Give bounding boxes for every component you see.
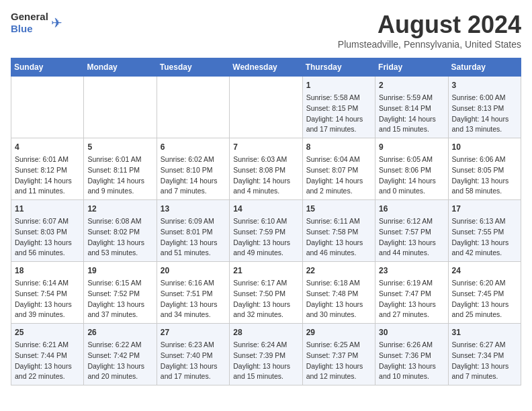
day-number: 17 [452, 203, 517, 215]
day-info-line: Sunrise: 5:59 AM [379, 93, 444, 103]
day-info-line: Sunrise: 6:02 AM [161, 154, 226, 165]
day-number: 29 [306, 326, 371, 338]
day-info-line: and 2 minutes. [306, 186, 371, 197]
day-info-line: Sunset: 7:34 PM [452, 351, 517, 361]
day-number: 22 [306, 265, 371, 277]
day-info-line: and 56 minutes. [15, 248, 80, 259]
day-info-line: Daylight: 13 hours [306, 361, 371, 372]
day-info-line: and 17 minutes. [161, 371, 226, 382]
day-number: 23 [379, 265, 444, 277]
calendar-cell: 16Sunrise: 6:12 AMSunset: 7:57 PMDayligh… [375, 200, 448, 262]
day-info-line: Sunrise: 6:10 AM [233, 216, 298, 227]
day-info-line: Daylight: 13 hours [87, 238, 152, 248]
day-number: 11 [15, 203, 80, 215]
day-info-line: Sunrise: 6:11 AM [306, 216, 371, 227]
day-info-line: Sunset: 8:11 PM [87, 165, 152, 176]
day-info-line: Sunrise: 6:08 AM [87, 216, 152, 227]
day-info-line: Sunset: 7:59 PM [233, 227, 298, 238]
weekday-row: SundayMondayTuesdayWednesdayThursdayFrid… [11, 58, 521, 77]
day-info-line: Daylight: 14 hours [379, 176, 444, 187]
day-info-line: Sunset: 7:58 PM [306, 227, 371, 238]
logo-bird-icon: ✈ [51, 15, 62, 31]
day-info-line: Daylight: 13 hours [233, 238, 298, 248]
day-info-line: and 49 minutes. [233, 248, 298, 259]
day-info-line: Sunrise: 6:04 AM [306, 154, 371, 165]
day-info-line: Sunset: 7:50 PM [233, 289, 298, 300]
day-number: 6 [161, 141, 226, 153]
day-number: 10 [452, 141, 517, 153]
calendar-header: SundayMondayTuesdayWednesdayThursdayFrid… [11, 58, 521, 77]
day-info-line: Sunset: 7:52 PM [87, 289, 152, 300]
day-info-line: Sunrise: 6:00 AM [452, 93, 517, 103]
day-info-line: Daylight: 13 hours [87, 300, 152, 310]
logo-general-text: General [11, 11, 48, 22]
logo-blue-text: Blue [11, 23, 33, 34]
day-info-line: Sunset: 8:12 PM [15, 165, 80, 176]
day-info-line: and 7 minutes. [452, 371, 517, 382]
day-info-line: Daylight: 13 hours [15, 361, 80, 372]
day-number: 12 [87, 203, 152, 215]
day-info-line: Sunrise: 6:14 AM [15, 278, 80, 289]
day-number: 3 [452, 79, 517, 91]
day-info-line: Daylight: 13 hours [87, 361, 152, 372]
day-number: 4 [15, 141, 80, 153]
day-number: 18 [15, 265, 80, 277]
day-info-line: Sunset: 7:45 PM [452, 289, 517, 300]
day-number: 1 [306, 79, 371, 91]
day-info-line: and 32 minutes. [233, 310, 298, 320]
day-info-line: Sunrise: 5:58 AM [306, 93, 371, 103]
day-info-line: Sunset: 8:01 PM [161, 227, 226, 238]
day-info-line: and 58 minutes. [452, 186, 517, 197]
calendar-cell: 27Sunrise: 6:23 AMSunset: 7:40 PMDayligh… [157, 324, 229, 385]
calendar-cell: 8Sunrise: 6:04 AMSunset: 8:07 PMDaylight… [302, 138, 375, 200]
calendar-cell: 12Sunrise: 6:08 AMSunset: 8:02 PMDayligh… [84, 200, 157, 262]
calendar-week-4: 18Sunrise: 6:14 AMSunset: 7:54 PMDayligh… [11, 262, 521, 324]
day-number: 25 [15, 326, 80, 338]
day-number: 21 [233, 265, 298, 277]
day-info-line: Sunset: 7:37 PM [306, 351, 371, 361]
day-info-line: Daylight: 13 hours [379, 238, 444, 248]
day-info-line: Sunset: 8:10 PM [161, 165, 226, 176]
day-info-line: and 51 minutes. [161, 248, 226, 259]
day-info-line: Daylight: 13 hours [15, 300, 80, 310]
logo: General Blue ✈ [11, 11, 62, 35]
calendar-week-5: 25Sunrise: 6:21 AMSunset: 7:44 PMDayligh… [11, 324, 521, 385]
day-info-line: and 42 minutes. [452, 248, 517, 259]
calendar-cell: 22Sunrise: 6:18 AMSunset: 7:48 PMDayligh… [302, 262, 375, 324]
day-info-line: and 20 minutes. [87, 371, 152, 382]
day-info-line: Daylight: 13 hours [452, 361, 517, 372]
calendar-cell: 24Sunrise: 6:20 AMSunset: 7:45 PMDayligh… [448, 262, 521, 324]
day-number: 8 [306, 141, 371, 153]
day-info-line: Sunrise: 6:07 AM [15, 216, 80, 227]
day-info-line: and 11 minutes. [15, 186, 80, 197]
day-number: 2 [379, 79, 444, 91]
day-number: 13 [161, 203, 226, 215]
calendar-cell: 26Sunrise: 6:22 AMSunset: 7:42 PMDayligh… [84, 324, 157, 385]
day-info-line: Sunset: 7:36 PM [379, 351, 444, 361]
day-number: 14 [233, 203, 298, 215]
day-number: 16 [379, 203, 444, 215]
day-info-line: Daylight: 14 hours [306, 176, 371, 187]
weekday-header-wednesday: Wednesday [230, 58, 302, 77]
day-info-line: Daylight: 13 hours [233, 300, 298, 310]
day-info-line: Sunset: 8:02 PM [87, 227, 152, 238]
day-info-line: Sunset: 7:51 PM [161, 289, 226, 300]
day-info-line: Sunrise: 6:13 AM [452, 216, 517, 227]
day-info-line: and 37 minutes. [87, 310, 152, 320]
calendar-cell: 31Sunrise: 6:27 AMSunset: 7:34 PMDayligh… [448, 324, 521, 385]
day-number: 31 [452, 326, 517, 338]
calendar-cell: 25Sunrise: 6:21 AMSunset: 7:44 PMDayligh… [11, 324, 84, 385]
day-info-line: Daylight: 13 hours [306, 300, 371, 310]
day-info-line: Sunrise: 6:12 AM [379, 216, 444, 227]
day-info-line: and 15 minutes. [379, 124, 444, 135]
day-info-line: Daylight: 14 hours [87, 176, 152, 187]
day-info-line: Sunset: 8:07 PM [306, 165, 371, 176]
calendar-cell [11, 77, 84, 138]
calendar-week-1: 1Sunrise: 5:58 AMSunset: 8:15 PMDaylight… [11, 77, 521, 138]
day-number: 15 [306, 203, 371, 215]
day-info-line: Daylight: 13 hours [15, 238, 80, 248]
day-info-line: Daylight: 14 hours [306, 114, 371, 125]
day-info-line: and 34 minutes. [161, 310, 226, 320]
day-info-line: Daylight: 14 hours [452, 114, 517, 125]
day-info-line: Daylight: 13 hours [452, 176, 517, 187]
